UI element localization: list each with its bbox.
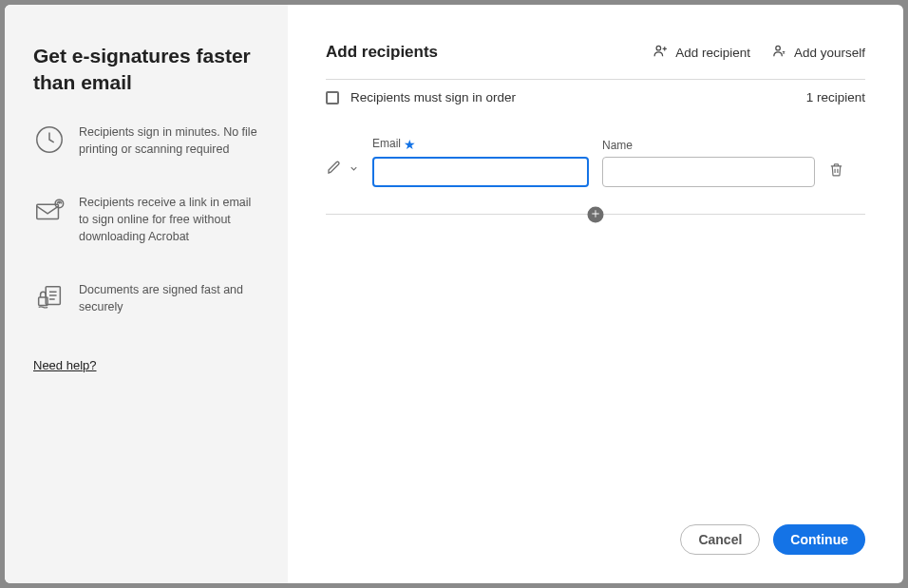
clock-icon [33,123,66,156]
benefit-item: Recipients receive a link in email to si… [33,194,259,245]
role-picker[interactable] [326,159,359,187]
add-yourself-label: Add yourself [794,46,865,60]
add-yourself-button[interactable]: Add yourself [771,43,865,62]
required-asterisk: ★ [404,137,416,152]
person-self-icon [771,43,787,62]
page-title: Add recipients [326,43,438,62]
name-field-group: Name [602,139,815,187]
trash-icon [828,164,844,180]
recipient-count: 1 recipient [806,90,865,104]
svg-point-6 [776,46,781,50]
plus-icon [591,206,601,223]
name-input[interactable] [602,157,815,187]
sidebar-title: Get e-signatures faster than email [33,43,259,97]
add-recipient-label: Add recipient [675,46,750,60]
footer: Cancel Continue [680,524,865,555]
header-actions: Add recipient Add yourself [653,43,865,62]
continue-button[interactable]: Continue [773,524,865,555]
benefit-text: Recipients receive a link in email to si… [79,194,259,245]
email-input[interactable] [372,157,589,187]
chevron-down-icon [349,161,359,178]
sign-in-order-label: Recipients must sign in order [350,90,516,104]
options-row: Recipients must sign in order 1 recipien… [326,80,865,112]
benefit-text: Recipients sign in minutes. No file prin… [79,123,259,158]
email-field-group: Email ★ [372,137,589,187]
header-row: Add recipients Add recipient [326,43,865,80]
delete-recipient-button[interactable] [828,161,844,187]
email-label: Email ★ [372,137,589,152]
benefit-text: Documents are signed fast and securely [79,281,259,315]
recipient-block: Email ★ Name [326,137,865,215]
add-divider [326,214,865,215]
secure-document-icon [33,281,66,313]
need-help-link[interactable]: Need help? [33,358,259,372]
benefit-item: Recipients sign in minutes. No file prin… [33,123,259,158]
checkbox-icon [326,91,339,104]
name-label: Name [602,139,815,152]
person-plus-icon [653,43,669,62]
benefit-item: Documents are signed fast and securely [33,281,259,315]
sign-in-order-checkbox[interactable]: Recipients must sign in order [326,90,516,104]
add-recipient-inline-button[interactable] [588,206,604,222]
add-recipient-button[interactable]: Add recipient [653,43,750,62]
esign-dialog: Get e-signatures faster than email Recip… [5,5,903,583]
email-notify-icon [33,194,66,226]
svg-rect-1 [37,204,59,218]
cancel-button[interactable]: Cancel [680,524,760,555]
sidebar: Get e-signatures faster than email Recip… [5,5,288,583]
main-panel: Add recipients Add recipient [288,5,903,583]
recipient-row: Email ★ Name [326,137,865,187]
svg-point-5 [656,46,661,50]
pen-icon [326,159,343,180]
